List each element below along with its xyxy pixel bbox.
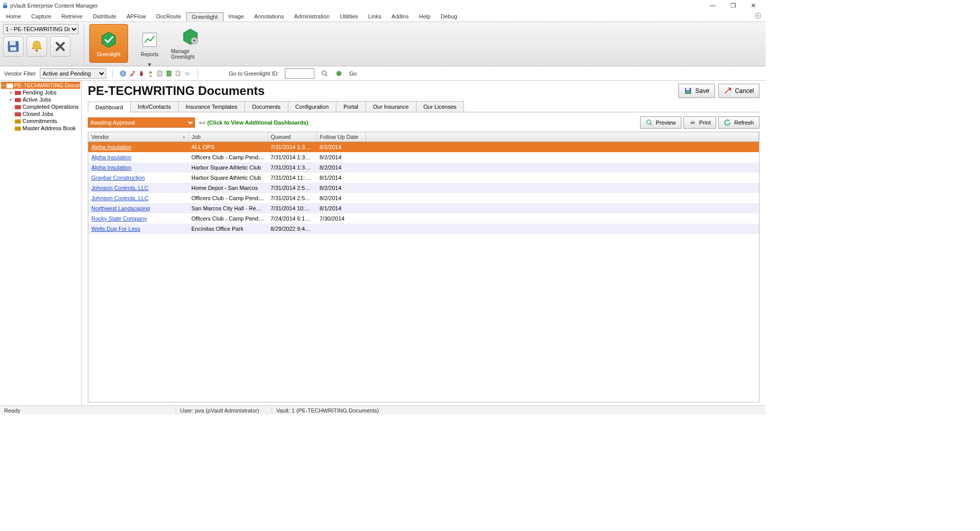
go-button[interactable]: Go	[349, 70, 357, 77]
collapse-icon[interactable]: −	[2, 83, 5, 88]
vendor-link[interactable]: Northwest Landscaping	[91, 205, 150, 211]
tab-info-contacts[interactable]: Info/Contacts	[130, 101, 179, 112]
menu-image[interactable]: Image	[224, 12, 250, 20]
menu-apflow[interactable]: APFlow	[121, 12, 151, 20]
settings-icon[interactable]	[754, 12, 762, 19]
tree-item[interactable]: Master Address Book	[1, 125, 80, 132]
goto-greenlight-input[interactable]	[285, 68, 314, 79]
cancel-button[interactable]: Cancel	[718, 84, 760, 98]
menu-addins[interactable]: Addins	[386, 12, 414, 20]
go-dot-icon[interactable]	[335, 69, 343, 78]
calc-icon[interactable]	[165, 69, 173, 78]
table-row[interactable]: Northwest LandscapingSan Marcos City Hal…	[88, 203, 759, 213]
menu-greenlight[interactable]: Greenlight	[186, 12, 224, 21]
dashboard-select[interactable]: Awaiting Approval	[88, 117, 195, 128]
expand-icon[interactable]	[8, 118, 13, 124]
table-row[interactable]: Wells Dug For LessEncinitas Office Park8…	[88, 224, 759, 234]
tree-item[interactable]: Completed Operations	[1, 103, 80, 110]
tree-item[interactable]: Commitments	[1, 117, 80, 125]
expand-icon[interactable]: +	[8, 90, 13, 95]
cell-queued: 7/31/2014 1:32 PM	[267, 142, 316, 153]
tree-root[interactable]: − PE-TECHWRITING Documents	[1, 82, 80, 89]
menu-utilities[interactable]: Utilities	[335, 12, 363, 20]
table-row[interactable]: Graybar ConstructionHarbor Square Athlet…	[88, 173, 759, 183]
menu-distribute[interactable]: Distribute	[87, 12, 121, 20]
table-row[interactable]: Rocky Slate CompanyOfficers Club - Camp …	[88, 213, 759, 224]
tab-documents[interactable]: Documents	[244, 101, 288, 112]
tree-item-label: Commitments	[22, 118, 57, 124]
bell-icon-button[interactable]	[27, 36, 47, 57]
bug-icon[interactable]	[137, 69, 145, 78]
table-row[interactable]: Alpha InsulationHarbor Square Athletic C…	[88, 162, 759, 173]
col-header-job[interactable]: Job	[188, 132, 267, 142]
tree-item[interactable]: Closed Jobs	[1, 110, 80, 117]
vendor-link[interactable]: Alpha Insulation	[91, 164, 131, 171]
menu-home[interactable]: Home	[1, 12, 26, 20]
col-header-queued[interactable]: Queued	[267, 132, 316, 142]
vendor-link[interactable]: Rocky Slate Company	[91, 215, 147, 222]
tree-item[interactable]: +Pending Jobs	[1, 89, 80, 96]
col-header-vendor[interactable]: Vendor ▴	[88, 132, 188, 142]
expand-icon[interactable]	[8, 104, 13, 110]
tool-icon[interactable]	[128, 69, 136, 78]
col-header-follow[interactable]: Follow Up Date	[316, 132, 365, 142]
vendor-link[interactable]: Wells Dug For Less	[91, 226, 140, 232]
menu-links[interactable]: Links	[363, 12, 386, 20]
table-row[interactable]: Johnson Controls, LLCHome Depot - San Ma…	[88, 183, 759, 193]
tab-insurance-templates[interactable]: Insurance Templates	[178, 101, 245, 112]
print-button[interactable]: Print	[683, 116, 717, 129]
menu-capture[interactable]: Capture	[26, 12, 56, 20]
menu-annotations[interactable]: Annotations	[249, 12, 289, 20]
table-row[interactable]: Alpha InsulationOfficers Club - Camp Pen…	[88, 152, 759, 162]
vendor-filter-select[interactable]: Active and Pending	[40, 68, 106, 79]
refresh-button[interactable]: Refresh	[718, 116, 760, 129]
status-user: User: pva (pVault Administrator)	[176, 407, 259, 414]
menu-docroute[interactable]: DocRoute	[151, 12, 186, 20]
close-x-button[interactable]	[50, 36, 70, 57]
tab-dashboard[interactable]: Dashboard	[88, 102, 131, 112]
menu-administration[interactable]: Administration	[289, 12, 335, 20]
expand-icon[interactable]	[8, 126, 13, 131]
expand-icon[interactable]: +	[8, 97, 13, 103]
svg-point-15	[140, 71, 142, 73]
svg-rect-0	[3, 5, 7, 8]
tree-item[interactable]: +Active Jobs	[1, 96, 80, 103]
menu-help[interactable]: Help	[414, 12, 436, 20]
tab-configuration[interactable]: Configuration	[288, 101, 336, 112]
svg-rect-38	[691, 124, 694, 125]
edit-icon[interactable]	[174, 69, 182, 78]
vault-selector[interactable]: 1 - PE-TECHWRITING Documents	[3, 24, 79, 34]
vendor-link[interactable]: Graybar Construction	[91, 175, 145, 181]
save-icon-button[interactable]	[3, 36, 23, 57]
maximize-button[interactable]: ❐	[723, 2, 743, 9]
tree-item-label: Active Jobs	[22, 96, 51, 103]
preview-button[interactable]: Preview	[640, 116, 681, 129]
user-icon[interactable]	[146, 69, 155, 78]
greenlight-button[interactable]: Greenlight	[89, 24, 128, 63]
cloud-icon[interactable]	[183, 69, 191, 78]
expand-icon[interactable]	[8, 111, 13, 117]
globe-icon[interactable]	[119, 69, 127, 78]
vendor-link[interactable]: Alpha Insulation	[91, 154, 131, 160]
tab-our-licenses[interactable]: Our Licenses	[416, 101, 464, 112]
tab-our-insurance[interactable]: Our Insurance	[365, 101, 416, 112]
vendor-link[interactable]: Johnson Controls, LLC	[91, 185, 149, 191]
menu-retrieve[interactable]: Retrieve	[56, 12, 87, 20]
reports-dropdown-arrow[interactable]: ▼	[130, 62, 169, 67]
svg-rect-4	[10, 41, 16, 45]
doc-icon[interactable]	[156, 69, 164, 78]
save-button[interactable]: Save	[678, 84, 715, 98]
additional-dashboards-link[interactable]: << (Click to View Additional Dashboards)	[199, 119, 308, 126]
search-icon[interactable]	[321, 69, 329, 78]
vendor-link[interactable]: Alpha Insulation	[91, 144, 131, 150]
tab-portal[interactable]: Portal	[336, 101, 366, 112]
close-button[interactable]: ✕	[743, 2, 764, 9]
svg-rect-30	[15, 119, 21, 124]
table-row[interactable]: Johnson Controls, LLCOfficers Club - Cam…	[88, 193, 759, 203]
menu-debug[interactable]: Debug	[435, 12, 462, 20]
reports-button[interactable]: Reports	[130, 24, 169, 63]
vendor-link[interactable]: Johnson Controls, LLC	[91, 195, 149, 201]
minimize-button[interactable]: —	[702, 2, 723, 9]
table-row[interactable]: Alpha InsulationALL OPS7/31/2014 1:32 PM…	[88, 142, 759, 153]
manage-greenlight-button[interactable]: Manage Greenlight	[171, 24, 210, 63]
